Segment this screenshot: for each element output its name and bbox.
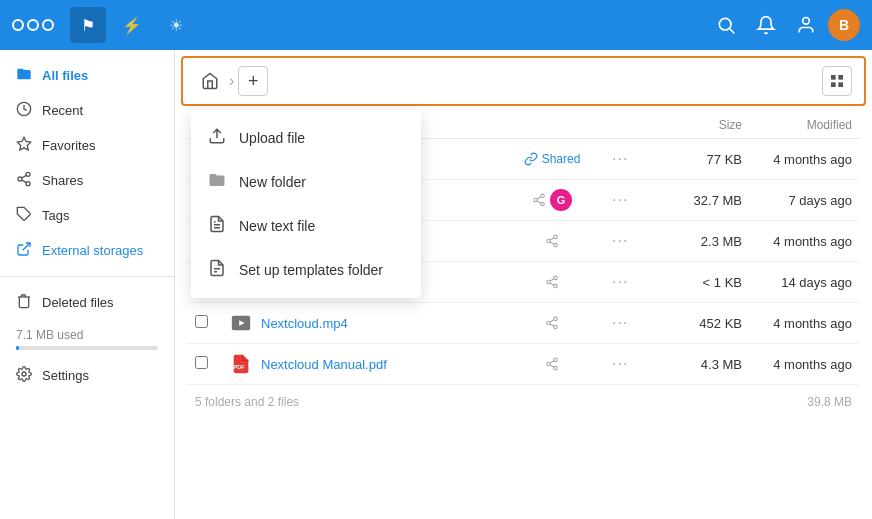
row1-actions: ··· [612,150,662,168]
plus-icon: + [248,71,259,92]
row2-share-cell: G [492,189,612,211]
upload-file-label: Upload file [239,130,305,146]
home-button[interactable] [195,66,225,96]
dropdown-item-new-folder[interactable]: New folder [191,160,421,204]
grid-view-button[interactable] [822,66,852,96]
sidebar-label-tags: Tags [42,208,69,223]
sidebar-label-shares: Shares [42,173,83,188]
search-nav-icon[interactable] [708,7,744,43]
svg-line-31 [550,238,554,240]
row6-checkbox[interactable] [195,356,227,372]
user-avatar[interactable]: B [828,9,860,41]
svg-point-2 [803,18,810,25]
row5-check-input[interactable] [195,315,208,328]
row6-name-cell: PDF Nextcloud Manual.pdf [227,350,492,378]
row2-share-icon [532,193,546,207]
total-size: 39.8 MB [807,395,852,409]
row5-share-cell [492,316,612,330]
svg-line-26 [537,197,541,199]
sidebar-item-all-files[interactable]: All files [0,58,174,93]
logo-circle-2 [27,19,39,31]
svg-point-27 [554,235,558,239]
sidebar-item-deleted-files[interactable]: Deleted files [0,285,174,320]
photos-nav-icon[interactable]: ☀ [158,7,194,43]
activity-nav-icon[interactable]: ⚡ [114,7,150,43]
row5-name-cell: Nextcloud.mp4 [227,309,492,337]
files-nav-icon[interactable]: ⚑ [70,7,106,43]
row3-more-button[interactable]: ··· [612,232,628,249]
top-nav-app-icons: ⚑ ⚡ ☀ [70,7,194,43]
row2-user-avatar: G [550,189,572,211]
svg-point-40 [554,317,558,321]
notifications-nav-icon[interactable] [748,7,784,43]
new-text-file-label: New text file [239,218,315,234]
svg-line-44 [550,320,554,322]
sidebar-item-tags[interactable]: Tags [0,198,174,233]
row2-size: 32.7 MB [662,193,742,208]
main-layout: All files Recent Favorites Shares Tags [0,50,872,519]
row5-checkbox[interactable] [195,315,227,331]
svg-point-22 [541,194,545,198]
row5-size: 452 KB [662,316,742,331]
sidebar-label-all-files: All files [42,68,88,83]
storage-used-label: 7.1 MB used [16,328,83,342]
dropdown-item-setup-templates[interactable]: Set up templates folder [191,248,421,292]
app-logo [12,19,54,31]
svg-text:PDF: PDF [234,364,246,370]
sidebar-divider [0,276,174,277]
row2-modified: 7 days ago [742,193,852,208]
row4-more-button[interactable]: ··· [612,273,628,290]
trash-icon [16,293,32,312]
svg-point-24 [541,202,545,206]
storage-info: 7.1 MB used [0,320,174,358]
svg-line-36 [550,283,554,285]
new-button[interactable]: + [238,66,268,96]
sidebar-item-favorites[interactable]: Favorites [0,128,174,163]
svg-point-46 [554,358,558,362]
svg-point-48 [554,366,558,370]
svg-line-43 [550,324,554,326]
dropdown-item-new-text-file[interactable]: New text file [191,204,421,248]
row4-modified: 14 days ago [742,275,852,290]
row3-modified: 4 months ago [742,234,852,249]
row5-more-button[interactable]: ··· [612,314,628,331]
new-folder-label: New folder [239,174,306,190]
file-toolbar: › + Upload file [181,56,866,106]
row6-file-name[interactable]: Nextcloud Manual.pdf [261,357,387,372]
row5-actions: ··· [612,314,662,332]
svg-line-8 [22,180,27,183]
sidebar-item-shares[interactable]: Shares [0,163,174,198]
new-folder-icon [207,171,227,193]
svg-rect-14 [838,75,843,80]
sidebar-label-settings: Settings [42,368,89,383]
storage-bar-fill [16,346,19,350]
sidebar-label-external-storages: External storages [42,243,143,258]
svg-rect-16 [838,82,843,87]
sidebar-item-recent[interactable]: Recent [0,93,174,128]
dropdown-item-upload-file[interactable]: Upload file [191,116,421,160]
sidebar-item-settings[interactable]: Settings [0,358,174,393]
row5-file-name[interactable]: Nextcloud.mp4 [261,316,348,331]
svg-point-12 [22,372,26,376]
svg-marker-4 [17,137,30,150]
sidebar-label-deleted-files: Deleted files [42,295,114,310]
svg-rect-15 [831,82,836,87]
file-summary: 5 folders and 2 files [195,395,299,409]
row6-check-input[interactable] [195,356,208,369]
top-navigation: ⚑ ⚡ ☀ B [0,0,872,50]
contacts-nav-icon[interactable] [788,7,824,43]
row3-share-cell [492,234,612,248]
row1-modified: 4 months ago [742,152,852,167]
svg-line-50 [550,361,554,363]
svg-point-23 [534,198,538,202]
row6-more-button[interactable]: ··· [612,355,628,372]
sidebar-item-external-storages[interactable]: External storages [0,233,174,268]
file-list-footer: 5 folders and 2 files 39.8 MB [187,385,860,419]
storage-bar [16,346,158,350]
svg-point-28 [547,239,551,243]
row6-share-icon [545,357,559,371]
row2-more-button[interactable]: ··· [612,191,628,208]
col-modified-header: Modified [742,118,852,132]
external-icon [16,241,32,260]
row1-more-button[interactable]: ··· [612,150,628,167]
